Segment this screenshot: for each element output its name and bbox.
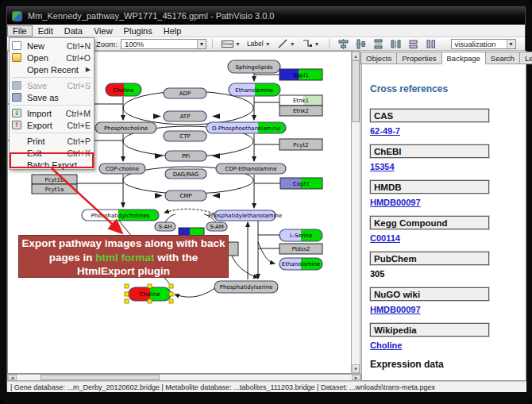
distribute-horizontal-button[interactable] (387, 37, 405, 51)
scroll-up-icon[interactable]: ▲ (352, 52, 360, 60)
section-title-nugo: NuGO wiki (370, 287, 489, 301)
svg-text:ATP: ATP (180, 114, 191, 120)
xref-link[interactable]: Choline (370, 341, 526, 350)
vertical-scroll-thumb[interactable] (352, 60, 360, 122)
menu-item-print[interactable]: PrintCtrl+P (10, 135, 94, 147)
save-icon (12, 81, 22, 90)
chevron-down-icon[interactable]: ▼ (197, 40, 206, 48)
chevron-down-icon[interactable]: ▼ (507, 40, 515, 48)
align-vertical-center-button[interactable] (353, 37, 370, 51)
common-height-button[interactable] (422, 37, 440, 51)
tab-legend[interactable]: Legend (519, 52, 532, 64)
connector-tool-icon (302, 39, 313, 49)
title-bar[interactable]: Mm_Kennedy_pathway_WP1771_45176.gpml - P… (7, 7, 525, 25)
side-panel: Objects Properties Backpage Search Legen… (361, 51, 526, 381)
menu-file[interactable]: File (7, 25, 33, 37)
tab-objects[interactable]: Objects (360, 52, 397, 64)
svg-text:Phosphatidylserine: Phosphatidylserine (220, 284, 273, 290)
xref-link[interactable]: 62-49-7 (370, 126, 526, 136)
visualization-combobox[interactable]: visualization ▼ (451, 39, 516, 49)
app-icon (12, 11, 22, 21)
section-title-kegg: Kegg Compound (370, 216, 489, 229)
distribute-vertical-button[interactable] (370, 37, 387, 51)
svg-text:Choline: Choline (113, 87, 133, 94)
tab-backpage[interactable]: Backpage (441, 52, 486, 64)
status-bar: | Gene database: ...m_Derby_20120602.bri… (7, 381, 526, 392)
chevron-down-icon: ▼ (314, 41, 320, 47)
common-width-icon (408, 39, 419, 49)
horizontal-scrollbar[interactable]: ◄ ► (7, 374, 361, 381)
svg-text:S-AM: S-AM (210, 224, 224, 230)
menu-bar: File Edit Data View Plugins Help (7, 25, 525, 37)
svg-text:Etnk2: Etnk2 (293, 108, 309, 114)
open-folder-icon (12, 53, 22, 62)
new-connector-button[interactable]: ▼ (299, 37, 323, 51)
svg-text:Choline: Choline (139, 291, 160, 298)
svg-text:O-Phosphoethanolamine: O-Phosphoethanolamine (212, 125, 280, 132)
xref-link[interactable]: HMDB00097 (370, 198, 526, 207)
expression-data-header: Expression data (370, 359, 526, 370)
scroll-down-icon[interactable]: ▼ (352, 364, 360, 373)
horizontal-scroll-thumb[interactable] (40, 375, 160, 380)
svg-text:CTP: CTP (179, 133, 190, 140)
svg-text:Etnk1: Etnk1 (293, 98, 309, 104)
svg-text:Ptdss2: Ptdss2 (291, 246, 310, 252)
section-title-chebi: ChEBI (370, 144, 489, 158)
vertical-scrollbar[interactable]: ▲ ▼ (351, 51, 360, 374)
xref-link[interactable]: HMDB00097 (370, 305, 526, 314)
svg-text:Cept1: Cept1 (293, 181, 310, 187)
new-document-icon (12, 41, 22, 50)
chevron-down-icon: ▼ (290, 41, 295, 47)
menu-item-import[interactable]: ⇓ ImportCtrl+M (10, 107, 94, 119)
svg-text:L-Serine: L-Serine (290, 233, 313, 239)
menu-help[interactable]: Help (158, 25, 187, 37)
svg-text:Pcyt1a: Pcyt1a (45, 187, 64, 193)
zoom-combobox[interactable]: 100% ▼ (121, 39, 206, 49)
menu-item-new[interactable]: NewCtrl+N (10, 40, 94, 52)
align-horizontal-center-button[interactable] (335, 37, 353, 51)
chevron-down-icon: ▼ (235, 41, 241, 47)
menu-item-open[interactable]: OpenCtrl+O (10, 52, 94, 63)
save-as-icon (12, 93, 22, 102)
new-datanode-button[interactable]: Gene ▼ (218, 39, 244, 49)
svg-text:Ethanolamine: Ethanolamine (235, 87, 273, 94)
svg-text:Pcyt2: Pcyt2 (293, 142, 308, 148)
menu-view[interactable]: View (88, 25, 118, 37)
menu-data[interactable]: Data (59, 25, 88, 37)
submenu-arrow-icon: ▶ (86, 66, 91, 73)
align-horizontal-center-icon (338, 39, 349, 49)
menu-item-export[interactable]: ⇑ ExportCtrl+E (10, 119, 94, 131)
svg-text:PPi: PPi (182, 153, 190, 160)
cross-references-header: Cross references (370, 83, 526, 94)
new-line-button[interactable]: ▼ (274, 37, 299, 51)
align-vertical-center-icon (356, 39, 367, 49)
common-width-button[interactable] (405, 37, 422, 51)
distribute-horizontal-icon (391, 39, 402, 49)
svg-text:Sphingolipids: Sphingolipids (236, 64, 273, 71)
pathvisio-window: Mm_Kennedy_pathway_WP1771_45176.gpml - P… (6, 6, 526, 391)
svg-text:CDP-choline: CDP-choline (106, 166, 139, 172)
menu-item-open-recent[interactable]: Open Recent▶ (10, 63, 94, 75)
section-title-pubchem: PubChem (370, 252, 489, 265)
menu-plugins[interactable]: Plugins (118, 25, 158, 37)
xref-link[interactable]: C00114 (370, 233, 526, 243)
scroll-left-icon[interactable]: ◄ (8, 375, 17, 380)
menu-item-save-as[interactable]: Save as (10, 91, 94, 103)
svg-text:Phosphocholine: Phosphocholine (104, 125, 148, 132)
datanode-icon: Gene (222, 40, 233, 48)
menu-item-save: SaveCtrl+S (10, 79, 94, 91)
tab-search[interactable]: Search (485, 52, 520, 64)
backpage-panel[interactable]: Cross references CAS 62-49-7 ChEBI 15354… (361, 64, 526, 381)
chevron-down-icon: ▼ (265, 41, 271, 47)
tab-properties[interactable]: Properties (396, 52, 441, 64)
menu-edit[interactable]: Edit (33, 25, 59, 37)
new-label-button[interactable]: Label ▼ (244, 38, 274, 49)
xref-link[interactable]: 15354 (370, 162, 526, 171)
distribute-vertical-icon (373, 39, 384, 49)
scroll-right-icon[interactable]: ► (352, 375, 360, 380)
svg-text:Phosphatidylethanolamine: Phosphatidylethanolamine (208, 213, 282, 219)
zoom-label: Zoom: (96, 40, 118, 48)
line-tool-icon (277, 39, 288, 49)
batch-export-highlight-box (10, 152, 94, 168)
highlighted-text: html format (95, 252, 154, 264)
